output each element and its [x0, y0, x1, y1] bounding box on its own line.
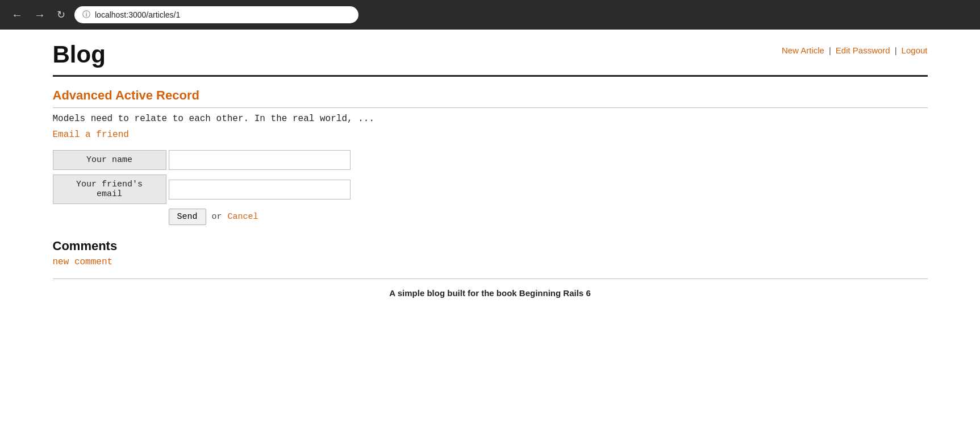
article-title: Advanced Active Record [53, 88, 928, 103]
nav-sep-1: | [829, 45, 831, 55]
your-name-input[interactable] [169, 150, 351, 170]
email-form: Your name Your friend's email Send or Ca… [53, 150, 928, 225]
forward-button[interactable]: → [32, 7, 48, 23]
info-icon: ⓘ [82, 10, 90, 20]
new-comment-link[interactable]: new comment [53, 257, 113, 267]
address-bar[interactable]: ⓘ localhost:3000/articles/1 [74, 6, 358, 23]
cancel-link[interactable]: Cancel [228, 212, 258, 222]
article-divider [53, 107, 928, 108]
friend-email-label: Your friend's email [53, 174, 166, 204]
edit-password-link[interactable]: Edit Password [836, 45, 890, 55]
your-name-label: Your name [53, 150, 166, 170]
send-button[interactable]: Send [169, 209, 206, 225]
new-article-link[interactable]: New Article [782, 45, 824, 55]
back-button[interactable]: ← [9, 7, 25, 23]
header-divider [53, 75, 928, 77]
email-friend-link[interactable]: Email a friend [53, 130, 129, 140]
browser-chrome: ← → ↻ ⓘ localhost:3000/articles/1 [0, 0, 980, 30]
nav-sep-2: | [895, 45, 897, 55]
reload-button[interactable]: ↻ [55, 6, 68, 23]
header-nav: New Article | Edit Password | Logout [782, 41, 928, 55]
url-text: localhost:3000/articles/1 [95, 10, 180, 19]
page-wrapper: Blog New Article | Edit Password | Logou… [36, 30, 945, 309]
header-area: Blog New Article | Edit Password | Logou… [53, 41, 928, 68]
footer-text: A simple blog built for the book Beginni… [53, 288, 928, 298]
comments-heading: Comments [53, 239, 928, 254]
logout-link[interactable]: Logout [902, 45, 928, 55]
blog-title: Blog [53, 41, 106, 68]
friend-email-row: Your friend's email [53, 174, 928, 204]
form-actions: Send or Cancel [169, 209, 928, 225]
your-name-row: Your name [53, 150, 928, 170]
friend-email-input[interactable] [169, 180, 351, 200]
footer-divider [53, 279, 928, 279]
article-body: Models need to relate to each other. In … [53, 114, 928, 124]
or-text: or [212, 212, 222, 222]
